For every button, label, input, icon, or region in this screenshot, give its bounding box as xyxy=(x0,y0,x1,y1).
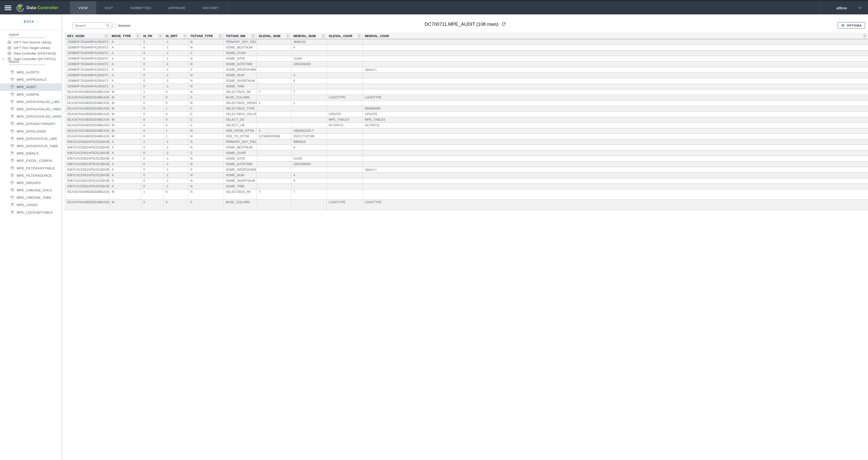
table-cell: SOME_SHORTNUM xyxy=(224,178,257,184)
sidebar-table-item[interactable]: MPE_ALERTS xyxy=(0,69,63,76)
table-row[interactable]: 9367CACE562AF5C522BA3EEA0-1NSOME_DATE.21… xyxy=(65,156,868,162)
column-header[interactable]: MOVE_TYPE▼ xyxy=(110,33,141,39)
column-header[interactable]: TGTVAR_TYPE▼ xyxy=(188,33,224,39)
table-row[interactable]: EEA167A5A36DEDD4BEA2543M00CSELECT_LIB..D… xyxy=(65,123,868,128)
tab-view[interactable]: VIEW xyxy=(70,1,96,14)
library-search xyxy=(8,32,45,38)
library-icon xyxy=(7,46,11,50)
user-menu[interactable]: allbow xyxy=(820,1,868,14)
table-cell: EEA167A5A36DEDD4BEA2543 xyxy=(65,89,110,95)
sidebar-table-item[interactable]: MPE_AUDIT xyxy=(0,83,63,91)
table-row[interactable]: 1506B0F7818445F41591672A0-1NSOME_DATETIM… xyxy=(65,62,868,67)
column-header[interactable]: NEWVAL_CHAR▼ xyxy=(363,33,868,39)
tab-submitted[interactable]: SUBMITTED xyxy=(122,1,160,14)
table-item-label: MPE_LINEAGE_TABS xyxy=(17,196,51,199)
table-cell: 0 xyxy=(141,111,164,117)
table-cell xyxy=(327,167,363,172)
column-header[interactable]: KEY_HASH▼ xyxy=(65,33,110,39)
tab-history[interactable]: HISTORY xyxy=(194,1,227,14)
table-row[interactable]: EEA167A5A36DEDD4BEA2543M00CSELECT_DS..MP… xyxy=(65,117,868,123)
table-row[interactable]: EEA167A5A36DEDD4BEA2543M10NSELECTBOX_RK7… xyxy=(65,189,868,200)
filter-icon[interactable]: ▼ xyxy=(321,34,325,38)
sidebar-table-item[interactable]: MPE_EMAILS xyxy=(0,150,63,157)
sidebar-table-item[interactable]: MPE_LINEAGE_TABS xyxy=(0,194,63,201)
sidebar-table-item[interactable]: MPE_APPROVALS xyxy=(0,76,63,83)
sidebar-table-item[interactable]: MPE_GROUPS xyxy=(0,179,63,187)
sidebar-table-item[interactable]: MPE_LOADS xyxy=(0,201,63,208)
column-header[interactable]: NEWVAL_NUM▼ xyxy=(291,33,327,39)
data-section-toggle[interactable]: DATA xyxy=(0,20,63,24)
column-header[interactable]: OLDVAL_NUM▼ xyxy=(257,33,291,39)
filter-icon[interactable]: ▼ xyxy=(183,34,186,38)
table-row[interactable]: 1506B0F7818445F41591672A0-1NSOME_NUM.4 xyxy=(65,73,868,78)
sidebar-library-item[interactable]: DIFT Test Target Library xyxy=(0,45,63,51)
column-header[interactable]: IS_DIFF▼ xyxy=(164,33,188,39)
column-header-label: NEWVAL_NUM xyxy=(293,34,316,38)
sidebar-library-item[interactable]: DIFT Test Source Library xyxy=(0,39,63,45)
sidebar-table-item[interactable]: MPE_DATACATALOG_LIBS xyxy=(0,98,63,105)
filter-icon[interactable]: ▼ xyxy=(136,34,140,38)
sidebar-table-item[interactable]: MPE_DATALOADS xyxy=(0,128,63,135)
sidebar-table-item[interactable]: MPE_EXCEL_CONFIG xyxy=(0,157,63,164)
table-row[interactable]: EEA167A5A36DEDD4BEA2543M00CBASE_COLUMN..… xyxy=(65,95,868,100)
table-row[interactable]: 9367CACE562AF5C522BA3EEA0-1NSOME_NUM.4 xyxy=(65,173,868,178)
hamburger-menu-icon[interactable] xyxy=(0,1,16,14)
library-search-input[interactable] xyxy=(8,32,45,38)
top-navigation-bar: Data Controller VIEWEDITSUBMITTEDAPPROVE… xyxy=(0,0,868,14)
table-row[interactable]: 1506B0F7818445F41591672A0-1NSOME_DATE.21… xyxy=(65,56,868,62)
sidebar-table-item[interactable]: MPE_DATASTATUS_TABS xyxy=(0,142,63,150)
table-row[interactable]: 1506B0F7818445F41591672A0-1NSOME_TIME.. xyxy=(65,84,868,89)
table-row[interactable]: 1506B0F7818445F41591672A0-1CSOME_DROPDOW… xyxy=(65,67,868,73)
table-row[interactable]: EEA167A5A36DEDD4BEA2543M00CSELECTBOX_VAL… xyxy=(65,111,868,117)
column-header[interactable]: IS_PK▼ xyxy=(141,33,164,39)
column-header[interactable]: OLDVAL_CHAR▼ xyxy=(327,33,363,39)
table-row[interactable]: 9367CACE562AF5C522BA3EEA0-1NSOME_BESTNUM… xyxy=(65,145,868,151)
numeric-checkbox[interactable] xyxy=(113,24,116,28)
sidebar-library-item[interactable]: Data Controller (DC674418) xyxy=(0,51,63,56)
chevron-down-icon[interactable] xyxy=(2,58,5,60)
refresh-button[interactable] xyxy=(501,22,506,27)
sidebar-table-item[interactable]: MPE_LOCKANYTABLE xyxy=(0,209,63,216)
tab-approve[interactable]: APPROVE xyxy=(160,1,194,14)
table-cell xyxy=(327,184,363,189)
table-row[interactable]: 1506B0F7818445F41591672A1-1NPRIMARY_KEY_… xyxy=(65,39,868,45)
table-cell: EEA167A5A36DEDD4BEA2543 xyxy=(65,95,110,100)
filter-icon[interactable]: ▼ xyxy=(104,34,108,38)
table-cell: SOME_DROPDOWN xyxy=(224,67,257,72)
sidebar-table-item[interactable]: MPE_DATACATALOG_VARS xyxy=(0,113,63,120)
sidebar-table-item[interactable]: MPE_LINEAGE_COLS xyxy=(0,187,63,194)
table-row[interactable]: 9367CACE562AF5C522BA3EEA0-1NSOME_SHORTNU… xyxy=(65,178,868,184)
filter-icon[interactable]: ▼ xyxy=(252,34,255,38)
options-button[interactable]: OPTIONS xyxy=(838,22,865,29)
filter-icon[interactable]: ▼ xyxy=(159,34,162,38)
table-cell xyxy=(327,51,363,56)
sidebar-table-item[interactable]: MPE_DATASTATUS_LIBS xyxy=(0,135,63,142)
table-row[interactable]: 9367CACE562AF5C522BA3EEA1-1NPRIMARY_KEY_… xyxy=(65,139,868,145)
column-header[interactable]: TGTVAR_NM▼ xyxy=(224,33,257,39)
table-row[interactable]: 9367CACE562AF5C522BA3EEA0-1NSOME_DATETIM… xyxy=(65,162,868,167)
filter-icon[interactable]: ▼ xyxy=(863,34,867,38)
table-row[interactable]: 1506B0F7818445F41591672A0-1NSOME_BESTNUM… xyxy=(65,45,868,51)
table-row[interactable]: EEA167A5A36DEDD4BEA2543M01CSELECTBOX_TYP… xyxy=(65,106,868,111)
table-search-input[interactable] xyxy=(8,59,45,65)
sidebar-table-item[interactable]: MPE_CONFIG xyxy=(0,91,63,98)
table-row[interactable]: EEA167A5A36DEDD4BEA2543M10NSELECTBOX_RK7… xyxy=(65,89,868,95)
table-row[interactable]: 9367CACE562AF5C522BA3EEA0-1NSOME_TIME.. xyxy=(65,184,868,189)
sidebar-table-item[interactable]: MPE_FILTERSOURCE xyxy=(0,172,63,179)
filter-icon[interactable]: ▼ xyxy=(358,34,361,38)
table-row[interactable]: 9367CACE562AF5C522BA3EEA0-1CSOME_DROPDOW… xyxy=(65,167,868,173)
table-row[interactable]: EEA167A5A36DEDD4BEA2543M01NVER_FROM_DTTM… xyxy=(65,128,868,134)
sidebar-table-item[interactable]: MPE_FILTERANYTABLE xyxy=(0,164,63,172)
table-row[interactable]: 1506B0F7818445F41591672A0-1CSOME_CHAR... xyxy=(65,51,868,56)
grid-search-input[interactable] xyxy=(73,24,106,28)
table-row[interactable]: 9367CACE562AF5C522BA3EEA0-1CSOME_CHAR... xyxy=(65,151,868,156)
table-row[interactable]: EEA167A5A36DEDD4BEA2543M00NSELECTBOX_ORD… xyxy=(65,100,868,106)
table-row[interactable]: EEA167A5A36DEDD4BEA2543M01NVER_TO_DTTM12… xyxy=(65,134,868,139)
table-row[interactable]: EEA167A5A36DEDD4BEA2543M00CBASE_COLUMN..… xyxy=(65,200,868,210)
table-row[interactable]: 1506B0F7818445F41591672A0-1NSOME_SHORTNU… xyxy=(65,78,868,84)
sidebar-table-item[interactable]: MPE_DATADICTIONARY xyxy=(0,120,63,128)
filter-icon[interactable]: ▼ xyxy=(286,34,289,38)
filter-icon[interactable]: ▼ xyxy=(219,34,222,38)
sidebar-table-item[interactable]: MPE_DATACATALOG_TABS xyxy=(0,105,63,113)
tab-edit[interactable]: EDIT xyxy=(96,1,122,14)
